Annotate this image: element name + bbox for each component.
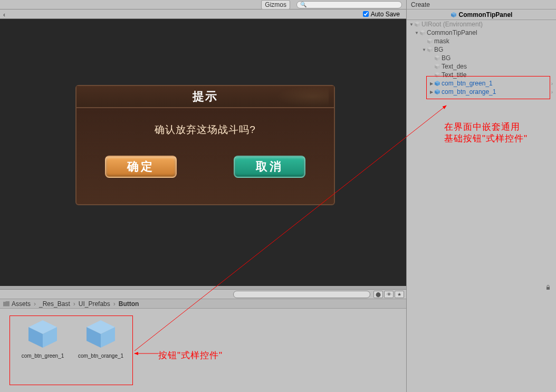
asset-label: com_btn_green_1 xyxy=(22,353,64,359)
tree-mask[interactable]: mask xyxy=(407,37,556,45)
scene-toolbar: Gizmos 🔍 xyxy=(0,0,406,9)
prefab-cube-icon xyxy=(82,319,119,349)
tree-commontippanel[interactable]: ▼CommonTipPanel xyxy=(407,28,556,37)
asset-com-btn-green[interactable]: com_btn_green_1 xyxy=(14,319,72,359)
scene-search[interactable]: 🔍 xyxy=(296,1,402,8)
tree-uiroot[interactable]: ▼UIRoot (Environment) xyxy=(407,20,556,28)
star-icon[interactable]: ★ xyxy=(395,291,404,298)
create-dropdown[interactable]: Create xyxy=(411,1,430,8)
back-icon[interactable]: ‹ xyxy=(3,11,5,18)
asset-label: com_btn_orange_1 xyxy=(78,353,123,359)
assets-toolbar: ⬤ 👁 ★ xyxy=(0,290,406,299)
tree-bg[interactable]: ▼BG xyxy=(407,45,556,54)
assets-panel: ⬤ 👁 ★ Assets › _Res_Bast › UI_Prefabs › … xyxy=(0,289,406,392)
tree-textdes[interactable]: Text_des xyxy=(407,62,556,71)
tree-bg2[interactable]: BG xyxy=(407,54,556,62)
scene-view[interactable]: 提示 确认放弃这场战斗吗? 确定 取消 xyxy=(0,19,406,286)
autosave-checkbox[interactable] xyxy=(363,11,369,17)
gameobject-icon xyxy=(434,55,440,61)
assets-search[interactable] xyxy=(233,291,370,298)
annotation-box-hierarchy xyxy=(426,76,550,99)
chevron-right-icon[interactable]: › xyxy=(551,89,553,95)
prefab-cube-icon xyxy=(24,319,61,349)
annotation-right: 在界面中嵌套通用 基础按钮"式样控件" xyxy=(444,121,528,145)
autosave-label: Auto Save xyxy=(371,11,400,18)
cancel-button[interactable]: 取消 xyxy=(234,156,305,178)
breadcrumb[interactable]: Assets › _Res_Bast › UI_Prefabs › Button xyxy=(0,299,406,309)
dialog-description: 确认放弃这场战斗吗? xyxy=(76,123,334,137)
breadcrumb-uiprefabs[interactable]: UI_Prefabs xyxy=(79,300,110,308)
gameobject-icon xyxy=(414,21,420,27)
gameobject-icon xyxy=(427,46,433,53)
prefab-icon xyxy=(450,12,457,18)
gameobject-icon xyxy=(419,30,426,36)
annotation-bottom: 按钮"式样控件" xyxy=(158,350,223,361)
visibility-icon[interactable]: 👁 xyxy=(384,291,394,298)
folder-icon xyxy=(3,301,9,307)
gizmos-dropdown[interactable]: Gizmos xyxy=(261,0,290,9)
hierarchy-panel: Create ‹ CommonTipPanel ▼UIRoot (Environ… xyxy=(406,0,556,392)
prefab-header-label: CommonTipPanel xyxy=(459,11,513,18)
asset-com-btn-orange[interactable]: com_btn_orange_1 xyxy=(72,319,130,359)
gameobject-icon xyxy=(434,63,440,70)
chevron-right-icon[interactable]: › xyxy=(551,81,553,87)
confirm-button[interactable]: 确定 xyxy=(105,156,177,178)
gameobject-icon xyxy=(427,38,433,44)
dialog-title: 提示 xyxy=(193,89,218,104)
breadcrumb-button[interactable]: Button xyxy=(119,300,139,308)
dialog-header: 提示 xyxy=(76,86,334,108)
autosave-row: Auto Save xyxy=(0,9,406,19)
prefab-header[interactable]: ‹ CommonTipPanel xyxy=(407,9,556,20)
hierarchy-toolbar: Create xyxy=(407,0,556,9)
filter-icon[interactable]: ⬤ xyxy=(373,291,383,298)
svg-rect-0 xyxy=(547,287,550,290)
breadcrumb-assets[interactable]: Assets xyxy=(12,300,31,308)
breadcrumb-resbast[interactable]: _Res_Bast xyxy=(39,300,70,308)
game-dialog: 提示 确认放弃这场战斗吗? 确定 取消 xyxy=(75,85,335,205)
lock-icon xyxy=(545,285,551,290)
